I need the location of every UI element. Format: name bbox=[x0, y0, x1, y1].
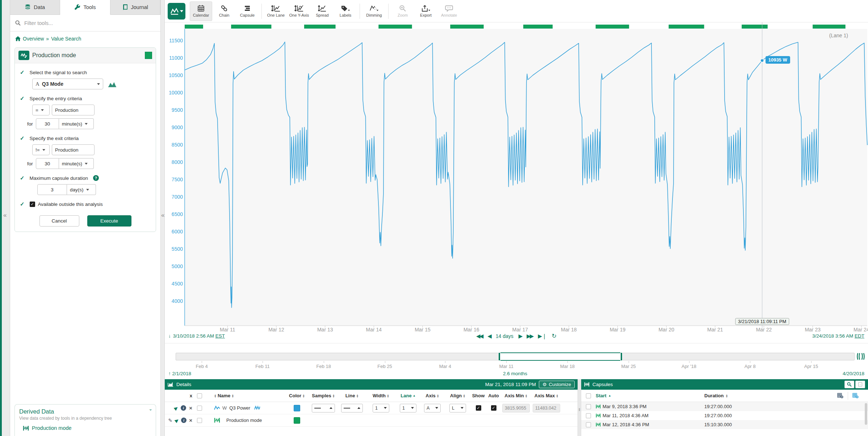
line-style-select[interactable] bbox=[341, 404, 363, 412]
color-swatch[interactable] bbox=[294, 417, 300, 424]
send-to-icon[interactable]: ▶ bbox=[174, 417, 180, 424]
select-all-checkbox[interactable] bbox=[197, 393, 202, 398]
available-outside-checkbox[interactable]: ✓ bbox=[30, 202, 35, 207]
col-align[interactable]: Align bbox=[450, 393, 462, 398]
sort-icon[interactable]: ▲▼ bbox=[231, 394, 234, 398]
send-to-icon[interactable]: ▶ bbox=[173, 405, 179, 411]
collapse-sidebar-icon[interactable]: « bbox=[161, 212, 164, 219]
collapse-panel-button[interactable]: − bbox=[855, 381, 865, 388]
breadcrumb-overview[interactable]: Overview bbox=[23, 36, 44, 42]
help-icon[interactable]: ? bbox=[93, 175, 99, 181]
col-show[interactable]: Show bbox=[472, 393, 485, 398]
row-checkbox[interactable] bbox=[197, 406, 202, 411]
toolbar-capsule[interactable]: Capsule bbox=[236, 1, 259, 21]
filter-tools-input[interactable] bbox=[24, 20, 133, 26]
tab-tools[interactable]: Tools bbox=[60, 0, 110, 15]
timeline-start-date[interactable]: ↑ 2/1/2018 bbox=[168, 371, 191, 376]
select-all-capsules-checkbox[interactable] bbox=[586, 393, 591, 398]
sort-icon[interactable]: ▲▼ bbox=[725, 394, 728, 398]
step-forward-half-button[interactable]: ▶ bbox=[519, 333, 522, 339]
timeline-end-date[interactable]: 4/20/2018 bbox=[843, 371, 864, 376]
sidebar-collapse-gutter[interactable]: « bbox=[160, 0, 165, 436]
col-width[interactable]: Width bbox=[373, 393, 386, 398]
tool-color-swatch[interactable] bbox=[145, 52, 152, 59]
capsule-checkbox[interactable] bbox=[586, 422, 591, 427]
condition-name[interactable]: Production mode bbox=[226, 418, 262, 423]
exit-value-input[interactable]: Production bbox=[52, 144, 95, 155]
details-row-q3-power[interactable]: ▶ i × W Q3 Power 1 1 bbox=[165, 402, 578, 414]
col-duration[interactable]: Duration bbox=[704, 393, 724, 398]
capsule-bar[interactable] bbox=[185, 25, 203, 29]
collapse-left-icon[interactable]: « bbox=[3, 212, 7, 219]
capsule-row[interactable]: Mar 12, 2018 4:36 PM15:10:30.000 bbox=[581, 420, 868, 429]
view-mode-button[interactable] bbox=[168, 3, 185, 20]
capsule-bar[interactable] bbox=[742, 25, 768, 29]
samples-preview-icon[interactable] bbox=[254, 406, 260, 410]
auto-checkbox[interactable]: ✓ bbox=[491, 405, 496, 411]
cancel-button[interactable]: Cancel bbox=[39, 215, 79, 227]
timeline-duration[interactable]: 2.6 months bbox=[503, 371, 527, 376]
capsule-checkbox[interactable] bbox=[586, 413, 591, 418]
col-x[interactable]: x bbox=[190, 393, 192, 398]
entry-operator-select[interactable]: = bbox=[32, 105, 50, 115]
capsule-bar[interactable] bbox=[378, 25, 412, 29]
samples-select[interactable] bbox=[312, 404, 335, 412]
color-swatch[interactable] bbox=[294, 405, 300, 411]
sort-icon[interactable]: ▲▼ bbox=[525, 394, 528, 398]
capsule-row[interactable]: Mar 11, 2018 4:36 AM19:27:00.000 bbox=[581, 411, 868, 420]
col-auto[interactable]: Auto bbox=[488, 393, 499, 398]
entry-unit-select[interactable]: minute(s) bbox=[59, 118, 94, 129]
toolbar-calendar[interactable]: Calendar bbox=[190, 1, 212, 21]
exit-duration-input[interactable]: 30 bbox=[36, 158, 59, 169]
tab-data[interactable]: Data bbox=[10, 0, 60, 15]
capsule-time-icon[interactable] bbox=[856, 352, 865, 360]
timeline-selection[interactable] bbox=[499, 352, 622, 361]
add-column-icon[interactable] bbox=[837, 393, 843, 398]
sort-icon[interactable]: ▲▼ bbox=[463, 394, 465, 398]
edit-icon[interactable]: ✎ bbox=[168, 418, 173, 423]
col-axis-max[interactable]: Axis Max bbox=[534, 393, 555, 398]
execute-button[interactable]: Execute bbox=[87, 215, 131, 227]
lane-select[interactable]: 1 bbox=[400, 404, 416, 412]
trend-preview-icon[interactable] bbox=[108, 81, 116, 87]
remove-icon[interactable]: × bbox=[189, 418, 192, 423]
axis-select[interactable]: A bbox=[424, 404, 441, 412]
home-icon[interactable] bbox=[15, 36, 21, 41]
timeline-bar[interactable] bbox=[176, 353, 855, 360]
toolbar-one-y-axis[interactable]: One Y-Axis bbox=[288, 1, 310, 21]
entry-duration-input[interactable]: 30 bbox=[36, 118, 59, 129]
col-color[interactable]: Color bbox=[289, 393, 301, 398]
toolbar-labels[interactable]: Labels bbox=[334, 1, 357, 21]
trend-chart[interactable]: 1150011000105001000095009000850080007500… bbox=[165, 22, 868, 331]
sort-icon[interactable]: ▲▼ bbox=[332, 394, 335, 398]
down-arrow-icon[interactable]: ↓ bbox=[168, 333, 171, 339]
info-icon[interactable]: i bbox=[181, 418, 186, 423]
signal-select[interactable]: A Q3 Mode bbox=[32, 79, 103, 89]
col-start[interactable]: Start bbox=[596, 393, 607, 398]
exit-unit-select[interactable]: minute(s) bbox=[59, 158, 94, 169]
add-stat-column-icon[interactable] bbox=[852, 393, 859, 398]
capsule-bar[interactable] bbox=[813, 25, 846, 29]
line-width-select[interactable]: 1 bbox=[373, 404, 389, 412]
sort-icon[interactable]: ▲▼ bbox=[556, 394, 558, 398]
refresh-icon[interactable]: ↻ bbox=[552, 333, 557, 339]
capsule-bar[interactable] bbox=[596, 25, 629, 29]
remove-icon[interactable]: × bbox=[189, 405, 192, 411]
selection-right-handle[interactable] bbox=[620, 352, 622, 361]
capsule-row[interactable]: Mar 9, 2018 3:36 PM19:27:00.000 bbox=[581, 402, 868, 411]
max-duration-input[interactable]: 3 bbox=[37, 184, 67, 195]
sort-icon[interactable]: ▲▼ bbox=[387, 394, 389, 398]
col-axis-min[interactable]: Axis Min bbox=[504, 393, 524, 398]
axis-max-value[interactable]: 11483.042 bbox=[533, 404, 560, 412]
capsule-checkbox[interactable] bbox=[586, 404, 591, 409]
sort-icon[interactable]: ▲▼ bbox=[302, 394, 305, 398]
derived-item-link[interactable]: Production mode bbox=[32, 425, 72, 431]
panel-resize-grip[interactable]: ‖ bbox=[578, 379, 581, 436]
axis-min-value[interactable]: 3815.9055 bbox=[502, 404, 530, 412]
info-icon[interactable]: i bbox=[181, 405, 186, 411]
signal-name[interactable]: Q3 Power bbox=[229, 405, 250, 411]
show-checkbox[interactable]: ✓ bbox=[476, 405, 481, 411]
timezone-end-link[interactable]: EDT bbox=[855, 333, 864, 339]
timezone-start-link[interactable]: EST bbox=[215, 333, 225, 339]
toolbar-dimming[interactable]: Dimming bbox=[363, 1, 385, 21]
